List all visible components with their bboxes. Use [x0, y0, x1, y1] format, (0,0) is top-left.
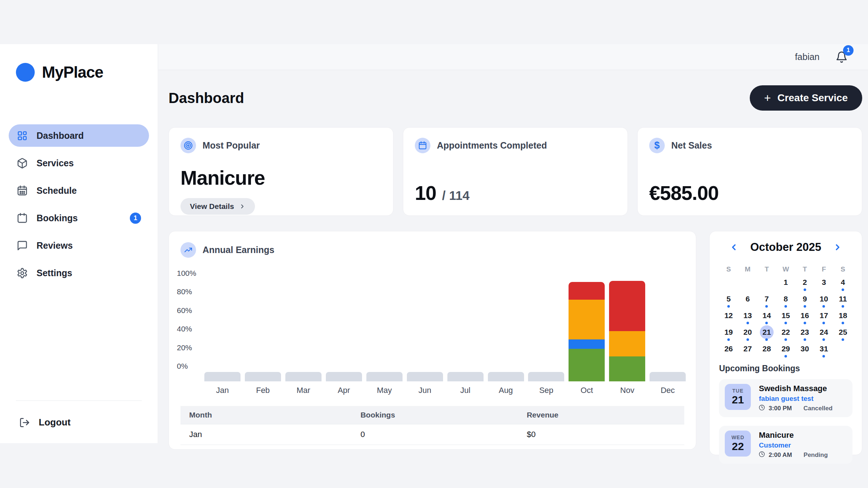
- day-number: 9: [798, 292, 812, 306]
- calendar-day-23[interactable]: 23: [795, 325, 814, 342]
- calendar-day-20[interactable]: 20: [738, 325, 757, 342]
- calendar-day-9[interactable]: 9: [795, 292, 814, 309]
- booking-card[interactable]: TUE21Swedish Massagefabian guest test3:0…: [719, 379, 852, 417]
- chart-title: Annual Earnings: [203, 245, 275, 255]
- annual-earnings-card: Annual Earnings 100%80%60%40%20%0% JanFe…: [169, 231, 696, 450]
- calendar-day-11[interactable]: 11: [833, 292, 852, 309]
- grid-icon: [17, 130, 28, 141]
- most-popular-value: Manicure: [180, 166, 382, 189]
- calendar-day-25[interactable]: 25: [833, 325, 852, 342]
- logo-icon: [16, 63, 35, 82]
- sidebar-item-bookings[interactable]: Bookings1: [9, 207, 149, 229]
- y-axis-tick: 0%: [177, 362, 188, 371]
- calendar-day-24[interactable]: 24: [814, 325, 834, 342]
- calendar-day-13[interactable]: 13: [738, 309, 757, 325]
- calendar-day-28[interactable]: 28: [757, 342, 776, 359]
- segment-orange: [569, 300, 605, 340]
- table-cell: 0: [352, 445, 518, 450]
- stacked-bar-chart: 100%80%60%40%20%0% JanFebMarAprMayJunJul…: [177, 273, 688, 395]
- day-number: 4: [836, 275, 850, 289]
- empty-month-bar: [326, 372, 362, 381]
- dashboard-page: MyPlace DashboardServicesScheduleBooking…: [0, 0, 868, 488]
- create-service-label: Create Service: [777, 92, 848, 104]
- notifications-button[interactable]: 1: [835, 51, 848, 63]
- calendar-day-17[interactable]: 17: [814, 309, 834, 325]
- calendar-day-16[interactable]: 16: [795, 309, 814, 325]
- y-axis-tick: 60%: [177, 306, 192, 315]
- calendar-day-31[interactable]: 31: [814, 342, 834, 359]
- calendar-day-10[interactable]: 10: [814, 292, 834, 309]
- calendar-day-14[interactable]: 14: [757, 309, 776, 325]
- sidebar-item-reviews[interactable]: Reviews: [9, 234, 149, 257]
- booking-status: Pending: [804, 451, 828, 459]
- username[interactable]: fabian: [795, 52, 820, 62]
- sidebar-item-services[interactable]: Services: [9, 152, 149, 174]
- calendar-day-15[interactable]: 15: [776, 309, 795, 325]
- booking-card[interactable]: WED22ManicureCustomer2:00 AMPending: [719, 426, 852, 464]
- calendar-day-22[interactable]: 22: [776, 325, 795, 342]
- chart-column-feb: Feb: [243, 273, 283, 395]
- bar-dec: [650, 273, 686, 381]
- y-axis: 100%80%60%40%20%0%: [177, 273, 202, 381]
- sidebar-item-dashboard[interactable]: Dashboard: [9, 124, 149, 147]
- x-axis-label: Jan: [216, 386, 229, 395]
- empty-month-bar: [488, 372, 524, 381]
- calendar-dots-icon: [17, 185, 28, 196]
- earnings-table: MonthBookingsRevenue Jan0$0Feb0$0Mar0$0: [180, 406, 684, 450]
- sidebar-nav: DashboardServicesScheduleBookings1Review…: [0, 124, 158, 284]
- target-icon: [180, 138, 196, 153]
- calendar-day-26[interactable]: 26: [719, 342, 738, 359]
- booking-dot: [842, 322, 844, 324]
- calendar-day-3[interactable]: 3: [814, 275, 834, 292]
- empty-month-bar: [285, 372, 322, 381]
- calendar-empty-cell: [833, 342, 852, 359]
- calendar-day-19[interactable]: 19: [719, 325, 738, 342]
- x-axis-label: Dec: [661, 386, 675, 395]
- calendar-day-7[interactable]: 7: [757, 292, 776, 309]
- booking-customer-link[interactable]: fabian guest test: [759, 395, 833, 403]
- sidebar-item-label: Settings: [37, 268, 72, 278]
- next-month-button[interactable]: [831, 241, 844, 253]
- booking-day-number: 22: [732, 440, 744, 453]
- booking-dot: [822, 322, 825, 324]
- chevron-right-icon: [239, 203, 246, 210]
- create-service-button[interactable]: + Create Service: [750, 85, 862, 111]
- day-number: 10: [817, 292, 831, 306]
- calendar-day-27[interactable]: 27: [738, 342, 757, 359]
- logout-button[interactable]: Logout: [0, 417, 158, 428]
- y-axis-tick: 100%: [177, 269, 196, 278]
- sidebar-item-label: Bookings: [37, 213, 78, 223]
- net-sales-card: $ Net Sales €585.00: [637, 127, 862, 216]
- calendar-day-2[interactable]: 2: [795, 275, 814, 292]
- calendar-day-1[interactable]: 1: [776, 275, 795, 292]
- calendar-day-18[interactable]: 18: [833, 309, 852, 325]
- card-header: Appointments Completed: [415, 138, 616, 153]
- day-number: 5: [722, 292, 736, 306]
- calendar-day-12[interactable]: 12: [719, 309, 738, 325]
- calendar-day-8[interactable]: 8: [776, 292, 795, 309]
- selected-day-number: 21: [760, 325, 774, 339]
- sidebar-item-label: Services: [37, 158, 74, 168]
- calendar-day-5[interactable]: 5: [719, 292, 738, 309]
- bar-aug: [488, 273, 524, 381]
- day-number: 2: [798, 275, 812, 289]
- calendar-day-29[interactable]: 29: [776, 342, 795, 359]
- calendar-day-30[interactable]: 30: [795, 342, 814, 359]
- day-number: 14: [760, 309, 774, 322]
- x-axis-label: Mar: [297, 386, 310, 395]
- prev-month-button[interactable]: [728, 241, 740, 253]
- day-number: 20: [741, 325, 754, 339]
- calendar-day-4[interactable]: 4: [833, 275, 852, 292]
- calendar-card: October 2025 SMTWTFS 1234567891011121314…: [709, 231, 862, 455]
- weekday-label: W: [776, 265, 795, 273]
- sidebar-item-schedule[interactable]: Schedule: [9, 179, 149, 202]
- appointments-value-row: 10 / 114: [415, 181, 616, 205]
- day-number: 12: [722, 309, 736, 322]
- view-details-button[interactable]: View Details: [180, 198, 255, 215]
- sidebar-item-settings[interactable]: Settings: [9, 262, 149, 284]
- day-number: 18: [836, 309, 850, 322]
- calendar-day-21[interactable]: 21: [757, 325, 776, 342]
- booking-customer-link[interactable]: Customer: [759, 441, 828, 449]
- calendar-day-6[interactable]: 6: [738, 292, 757, 309]
- x-axis-label: May: [377, 386, 392, 395]
